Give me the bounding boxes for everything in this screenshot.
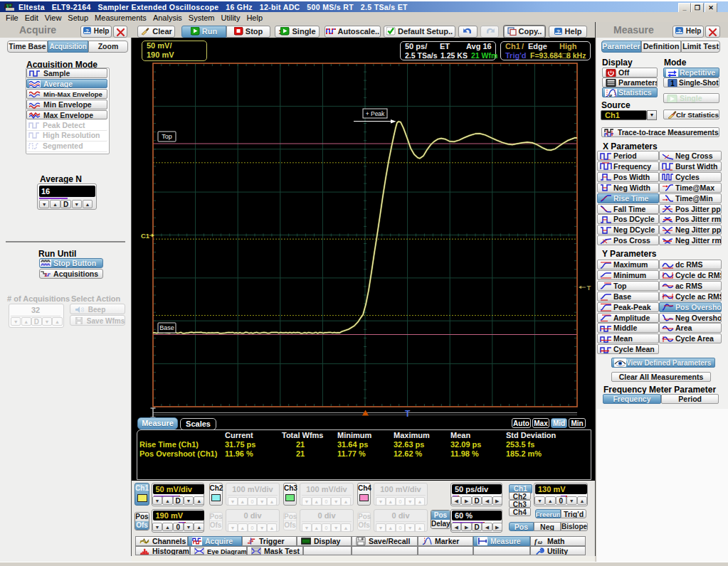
- svg-text:?: ?: [556, 28, 560, 35]
- svg-text:Top: Top: [162, 133, 172, 140]
- svg-text:C1: C1: [141, 232, 150, 240]
- svg-text:1: 1: [670, 79, 675, 87]
- svg-text:T: T: [405, 409, 411, 419]
- svg-text:ω: ω: [538, 539, 542, 545]
- svg-text:T: T: [587, 284, 591, 292]
- svg-text:σ: σ: [609, 92, 613, 97]
- svg-text:?: ?: [85, 28, 89, 34]
- svg-text:?: ?: [677, 28, 681, 34]
- svg-text:2: 2: [45, 272, 48, 277]
- svg-text:Base: Base: [159, 324, 174, 331]
- svg-text:+ Peak: + Peak: [366, 110, 385, 117]
